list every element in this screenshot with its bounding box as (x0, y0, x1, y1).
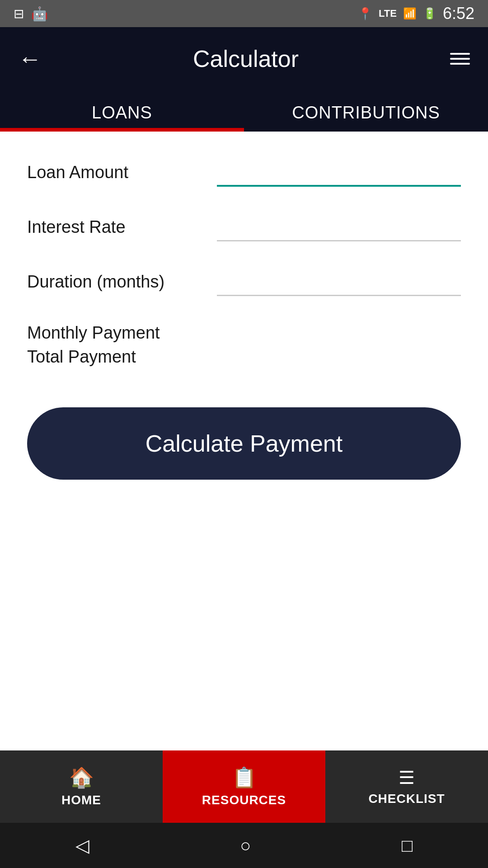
status-bar-right-icons: 📍 LTE 📶 🔋 6:52 (358, 4, 474, 23)
location-icon: 📍 (358, 7, 372, 21)
nav-label-home: HOME (61, 793, 101, 807)
status-time: 6:52 (443, 4, 474, 23)
duration-input-wrapper (217, 269, 461, 296)
sim-icon: ⊟ (14, 6, 24, 21)
battery-icon: 🔋 (423, 7, 436, 20)
calculate-payment-button[interactable]: Calculate Payment (27, 407, 461, 480)
interest-rate-input[interactable] (217, 214, 461, 241)
system-back-button[interactable]: ◁ (75, 835, 89, 856)
signal-icon: 📶 (403, 7, 417, 20)
nav-item-checklist[interactable]: ☰ CHECKLIST (325, 750, 488, 823)
loan-amount-input-wrapper (217, 159, 461, 187)
monthly-payment-row: Monthly Payment (27, 323, 461, 343)
status-bar-left-icons: ⊟ 🤖 (14, 6, 48, 22)
menu-button[interactable] (450, 53, 470, 65)
interest-rate-input-wrapper (217, 214, 461, 241)
lte-icon: LTE (379, 8, 397, 19)
total-payment-row: Total Payment (27, 347, 461, 367)
tab-contributions[interactable]: CONTRIBUTIONS (244, 90, 488, 132)
interest-rate-field: Interest Rate (27, 214, 461, 241)
android-icon: 🤖 (31, 6, 48, 22)
nav-label-checklist: CHECKLIST (368, 792, 445, 806)
duration-label: Duration (months) (27, 272, 217, 296)
menu-line-2 (450, 58, 470, 60)
resources-icon: 📋 (232, 766, 257, 789)
bottom-nav: 🏠 HOME 📋 RESOURCES ☰ CHECKLIST (0, 750, 488, 823)
duration-field: Duration (months) (27, 269, 461, 296)
nav-item-resources[interactable]: 📋 RESOURCES (163, 750, 325, 823)
tab-loans[interactable]: LOANS (0, 90, 244, 132)
menu-line-3 (450, 63, 470, 65)
system-nav: ◁ ○ □ (0, 823, 488, 868)
back-button[interactable]: ← (18, 45, 42, 72)
checklist-icon: ☰ (399, 767, 415, 788)
system-recent-button[interactable]: □ (402, 835, 413, 856)
header: ← Calculator (0, 27, 488, 90)
system-home-button[interactable]: ○ (240, 835, 251, 856)
home-icon: 🏠 (69, 766, 94, 789)
menu-line-1 (450, 53, 470, 55)
nav-label-resources: RESOURCES (202, 793, 286, 807)
page-title: Calculator (42, 45, 450, 72)
results-group: Monthly Payment Total Payment (27, 323, 461, 371)
loan-amount-input[interactable] (217, 159, 461, 187)
status-bar: ⊟ 🤖 📍 LTE 📶 🔋 6:52 (0, 0, 488, 27)
tab-bar: LOANS CONTRIBUTIONS (0, 90, 488, 132)
interest-rate-label: Interest Rate (27, 217, 217, 241)
nav-item-home[interactable]: 🏠 HOME (0, 750, 163, 823)
loan-amount-label: Loan Amount (27, 163, 217, 187)
loan-amount-field: Loan Amount (27, 159, 461, 187)
content-area: Loan Amount Interest Rate Duration (mont… (0, 132, 488, 750)
duration-input[interactable] (217, 269, 461, 296)
